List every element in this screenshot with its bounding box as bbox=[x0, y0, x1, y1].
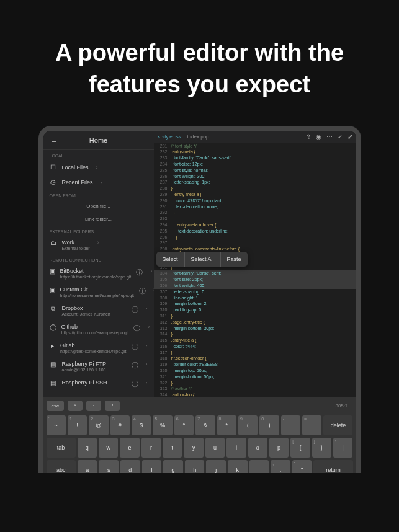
service-icon: ▣ bbox=[50, 286, 55, 294]
key[interactable]: 9( bbox=[238, 415, 258, 435]
chevron-right-icon: › bbox=[146, 379, 148, 386]
key[interactable]: 7& bbox=[195, 415, 215, 435]
info-icon[interactable]: ⓘ bbox=[136, 268, 143, 277]
key[interactable]: k bbox=[228, 460, 248, 473]
key[interactable]: r bbox=[141, 438, 161, 458]
section-remote: REMOTE CONNECTIONS bbox=[43, 254, 154, 264]
check-icon[interactable]: ✓ bbox=[338, 133, 343, 140]
key[interactable]: 1! bbox=[68, 415, 87, 435]
key[interactable]: 2@ bbox=[89, 415, 108, 435]
key[interactable]: a bbox=[78, 460, 97, 473]
sidebar-item-remote[interactable]: ▸Gitlabhttps://gitlab.com/example/repo.g… bbox=[43, 339, 154, 357]
key[interactable]: o bbox=[248, 438, 267, 458]
key[interactable]: l bbox=[249, 460, 269, 473]
key[interactable]: w bbox=[99, 438, 118, 458]
info-icon[interactable]: ⓘ bbox=[132, 361, 138, 370]
key[interactable]: [{ bbox=[290, 438, 310, 458]
open-file-link[interactable]: Open file... bbox=[43, 200, 154, 213]
key[interactable]: =+ bbox=[302, 415, 321, 435]
key[interactable]: j bbox=[206, 460, 226, 473]
line-content: margin-bottom: 30px; bbox=[171, 326, 215, 332]
key-colon[interactable]: : bbox=[86, 401, 101, 411]
close-icon[interactable]: × bbox=[158, 134, 161, 140]
info-icon[interactable]: ⓘ bbox=[132, 379, 138, 389]
key-caret[interactable]: ^ bbox=[68, 401, 83, 411]
key[interactable]: i bbox=[226, 438, 246, 458]
key-esc[interactable]: esc bbox=[47, 401, 64, 411]
key[interactable]: tab bbox=[47, 438, 76, 458]
key[interactable]: s bbox=[99, 460, 119, 473]
folder-icon: 🗀 bbox=[50, 239, 57, 247]
share-icon[interactable]: ⇪ bbox=[306, 133, 311, 140]
key[interactable]: h bbox=[185, 460, 205, 473]
code-line: 313 margin-bottom: 30px; bbox=[154, 326, 356, 332]
info-icon[interactable]: ⓘ bbox=[132, 305, 138, 314]
code-line: 289 .entry-meta a { bbox=[154, 192, 356, 198]
key[interactable]: '" bbox=[292, 460, 312, 473]
key[interactable]: return bbox=[313, 460, 352, 473]
key[interactable]: 5% bbox=[153, 415, 172, 435]
key[interactable]: u bbox=[205, 438, 225, 458]
info-icon[interactable]: ⓘ bbox=[133, 324, 140, 333]
info-icon[interactable]: ⓘ bbox=[139, 286, 146, 296]
key[interactable]: delete bbox=[323, 415, 352, 435]
key[interactable]: e bbox=[120, 438, 139, 458]
sidebar-item-remote[interactable]: ▤Raspberry Pi SSHⓘ› bbox=[43, 376, 154, 392]
key[interactable]: f bbox=[142, 460, 162, 473]
line-number: 283 bbox=[156, 155, 171, 161]
key[interactable]: q bbox=[78, 438, 97, 458]
eye-icon[interactable]: ◉ bbox=[316, 133, 321, 140]
info-icon[interactable]: ⓘ bbox=[132, 342, 138, 352]
key[interactable]: abc bbox=[47, 460, 76, 473]
expand-icon[interactable]: ⤢ bbox=[347, 133, 352, 140]
line-number: 295 bbox=[156, 228, 171, 234]
key[interactable]: g bbox=[163, 460, 183, 473]
code-line: 287 letter-spacing: 1px; bbox=[154, 179, 356, 185]
sidebar-item-work[interactable]: 🗀 Work External folder › bbox=[43, 236, 154, 254]
line-content: hr.section-divider { bbox=[171, 355, 207, 361]
sidebar-header: ☰ Home + bbox=[43, 131, 154, 150]
line-number: 323 bbox=[156, 386, 171, 392]
key[interactable]: 0) bbox=[259, 415, 279, 435]
sidebar-item-remote[interactable]: ⧉DropboxAccount: James Kuronenⓘ› bbox=[43, 301, 154, 320]
key[interactable]: 4$ bbox=[132, 415, 151, 435]
line-number: 322 bbox=[156, 380, 171, 386]
key-slash[interactable]: / bbox=[105, 401, 120, 411]
key[interactable]: t bbox=[163, 438, 182, 458]
sidebar-item-recent-files[interactable]: ◷ Recent Files › bbox=[43, 175, 154, 190]
line-content: color: #7f7f7f !important; bbox=[171, 198, 223, 204]
key[interactable]: `~ bbox=[47, 415, 66, 435]
keyboard: esc ^ : / 305:7 `~1!2@3#4$5%6^7&8*9(0)-_… bbox=[43, 397, 356, 473]
key[interactable]: 8* bbox=[217, 415, 236, 435]
context-paste[interactable]: Paste bbox=[221, 252, 248, 267]
context-select-all[interactable]: Select All bbox=[185, 252, 221, 267]
key[interactable]: -_ bbox=[281, 415, 300, 435]
context-select[interactable]: Select bbox=[156, 252, 185, 267]
tab-stylecss[interactable]: × style.css bbox=[158, 134, 181, 140]
link-folder-link[interactable]: Link folder... bbox=[43, 213, 154, 226]
key[interactable]: 6^ bbox=[174, 415, 194, 435]
key[interactable]: 3# bbox=[110, 415, 130, 435]
line-content: } bbox=[171, 210, 175, 216]
sidebar-item-remote[interactable]: ▣BitBuckethttps://bitbucket.org/example/… bbox=[43, 264, 154, 283]
code-area[interactable]: Select Select All Paste 281/* font style… bbox=[154, 143, 356, 397]
code-line: 283 font-family: 'Cardo', sans-serif; bbox=[154, 155, 356, 161]
code-line: 293 bbox=[154, 216, 356, 222]
add-icon[interactable]: + bbox=[139, 136, 148, 144]
line-content: /* author */ bbox=[171, 386, 192, 392]
sidebar-item-remote[interactable]: ▤Raspberry Pi FTPadmin@192.168.1.100...ⓘ… bbox=[43, 357, 154, 376]
more-icon[interactable]: ⋯ bbox=[326, 133, 333, 140]
tab-indexphp[interactable]: index.php bbox=[187, 134, 209, 140]
key[interactable]: d bbox=[120, 460, 140, 473]
sidebar-item-remote[interactable]: ▣Custom Githttp://homeserver.net/example… bbox=[43, 283, 154, 301]
key[interactable]: y bbox=[184, 438, 203, 458]
key[interactable]: p bbox=[269, 438, 289, 458]
settings-icon[interactable]: ☰ bbox=[50, 136, 58, 144]
key[interactable]: ]} bbox=[312, 438, 331, 458]
line-content: text-decoration: underline; bbox=[171, 228, 229, 234]
key[interactable]: \| bbox=[333, 438, 352, 458]
sidebar-item-remote[interactable]: ◯Githubhttps://github.com/example/repo.g… bbox=[43, 320, 154, 339]
chevron-right-icon: › bbox=[146, 305, 148, 311]
key[interactable]: ;: bbox=[271, 460, 290, 473]
sidebar-item-local-files[interactable]: ☐ Local Files › bbox=[43, 160, 154, 175]
